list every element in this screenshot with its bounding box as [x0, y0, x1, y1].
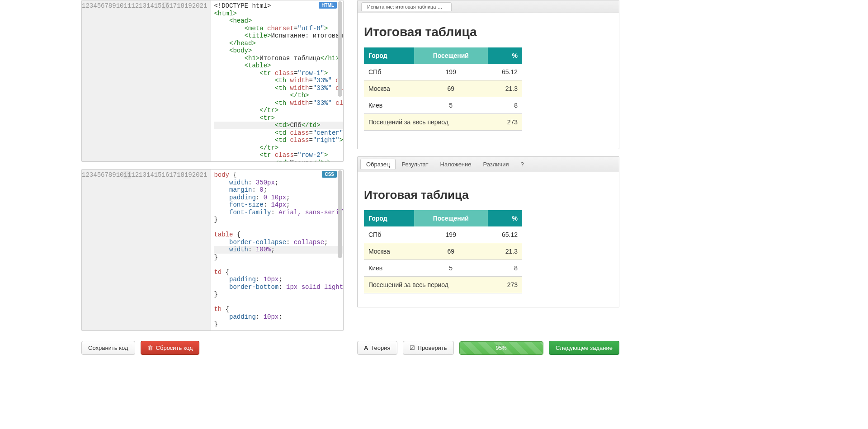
html-badge: HTML	[319, 2, 337, 9]
compare-tab-Различия[interactable]: Различия	[477, 159, 515, 170]
check-button[interactable]: ☑ Проверить	[403, 341, 454, 355]
compare-content: Итоговая таблица ГородПосещений%СПб19965…	[358, 172, 619, 307]
progress-bar: 95%	[459, 341, 543, 355]
bottom-right-buttons: A Теория ☑ Проверить 95% Следующее задан…	[357, 341, 619, 355]
preview-heading: Итоговая таблица	[364, 25, 613, 39]
theory-button[interactable]: A Теория	[357, 341, 397, 355]
css-code[interactable]: body { width: 350px; margin: 0; padding:…	[211, 170, 343, 330]
preview-panel: Испытание: итоговая таблица — H Итоговая…	[357, 0, 619, 149]
reset-button[interactable]: 🗑 Сбросить код	[141, 341, 200, 355]
compare-tab-Образец[interactable]: Образец	[360, 159, 396, 170]
next-button[interactable]: Следующее задание	[549, 341, 619, 355]
font-icon: A	[364, 344, 368, 351]
compare-tab-?[interactable]: ?	[515, 159, 530, 170]
compare-result-table: ГородПосещений%СПб19965.12Москва6921.3Ки…	[364, 210, 522, 293]
progress-label: 95%	[460, 342, 543, 354]
css-scrollbar[interactable]	[338, 170, 342, 330]
save-button[interactable]: Сохранить код	[81, 341, 135, 355]
html-scrollbar[interactable]	[338, 1, 342, 160]
compare-tabs: ОбразецРезультатНаложениеРазличия?	[358, 157, 619, 172]
compare-panel: ОбразецРезультатНаложениеРазличия? Итого…	[357, 156, 619, 307]
css-editor[interactable]: CSS 123456789101112131415161718192021 bo…	[81, 169, 344, 331]
compare-tab-Результат[interactable]: Результат	[396, 159, 434, 170]
compare-tab-Наложение[interactable]: Наложение	[434, 159, 477, 170]
browser-tab[interactable]: Испытание: итоговая таблица — H	[361, 2, 452, 11]
result-table: ГородПосещений%СПб19965.12Москва6921.3Ки…	[364, 47, 522, 131]
html-editor[interactable]: HTML 123456789101112131415161718192021 <…	[81, 0, 344, 162]
css-gutter: 123456789101112131415161718192021	[82, 170, 211, 330]
trash-icon: 🗑	[147, 344, 153, 351]
css-badge: CSS	[322, 171, 337, 178]
preview-content: Итоговая таблица ГородПосещений%СПб19965…	[358, 13, 619, 149]
compare-heading: Итоговая таблица	[364, 188, 613, 202]
browser-tab-bar: Испытание: итоговая таблица — H	[358, 0, 619, 13]
html-gutter: 123456789101112131415161718192021	[82, 0, 211, 161]
html-code[interactable]: <!DOCTYPE html><html> <head> <meta chars…	[211, 0, 343, 161]
bottom-left-buttons: Сохранить код 🗑 Сбросить код	[81, 341, 344, 355]
check-icon: ☑	[410, 344, 415, 351]
